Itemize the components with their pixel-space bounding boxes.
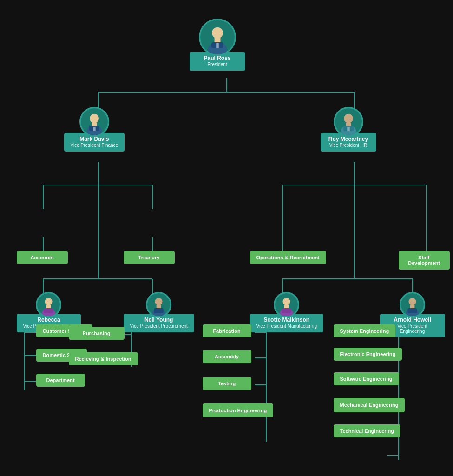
assembly-node: Assembly [203, 350, 251, 363]
mark-title: Vice President Finance [71, 143, 118, 148]
fabrication-box: Fabrication [203, 324, 251, 337]
testing-box: Testing [203, 377, 251, 390]
system-eng-node: System Engineering [334, 324, 396, 337]
arnold-avatar [400, 292, 425, 317]
svg-point-60 [45, 298, 53, 305]
rebecca-name: Rebecca [23, 317, 75, 323]
accounts-node: Accounts [17, 251, 68, 264]
svg-rect-73 [282, 308, 291, 313]
scotte-name: Scotte Malkinson [256, 317, 317, 323]
scotte-avatar [274, 292, 299, 317]
paul-name: Paul Ross [196, 55, 239, 61]
purchasing-node: Purchasing [69, 327, 125, 340]
fabrication-node: Fabrication [203, 324, 251, 337]
mechanical-eng-node: Mechanical Engineering [334, 398, 405, 412]
production-eng-box: Production Engineering [203, 403, 274, 417]
department-node: Department [36, 374, 85, 387]
svg-point-42 [211, 27, 223, 39]
ops-box: Operations & Recruitment [250, 251, 326, 264]
scotte-node: Scotte Malkinson Vice President Manufact… [250, 292, 323, 332]
ops-node: Operations & Recruitment [250, 251, 326, 264]
software-eng-node: Software Engineering [334, 372, 399, 385]
roy-node: Roy Mccartney Vice President HR [321, 107, 376, 152]
software-eng-box: Software Engineering [334, 372, 399, 385]
roy-name: Roy Mccartney [327, 136, 370, 142]
svg-rect-68 [154, 308, 163, 313]
staff-dev-box: Staff Development [399, 251, 450, 270]
svg-rect-52 [93, 127, 95, 131]
scotte-title: Vice President Manufacturing [256, 324, 317, 329]
mechanical-eng-box: Mechanical Engineering [334, 398, 405, 412]
testing-node: Testing [203, 377, 251, 390]
mark-name: Mark Davis [71, 136, 118, 142]
neil-name: Neil Young [130, 317, 188, 323]
arnold-name: Arnold Howell [387, 317, 439, 323]
svg-rect-58 [347, 127, 349, 131]
receiving-node: Recieving & Inspection [69, 352, 138, 365]
technical-eng-box: Technical Engineering [334, 424, 401, 437]
svg-point-70 [283, 298, 290, 305]
org-chart: Paul Ross President Mark Davis Vice Pres… [8, 9, 445, 465]
svg-point-65 [155, 298, 163, 305]
neil-avatar [146, 292, 171, 317]
receiving-box: Recieving & Inspection [69, 352, 138, 365]
accounts-box: Accounts [17, 251, 68, 264]
mark-davis-node: Mark Davis Vice President Finance [64, 107, 125, 152]
neil-node: Neil Young Vice President Procurement [124, 292, 194, 332]
purchasing-box: Purchasing [69, 327, 125, 340]
production-eng-node: Production Engineering [203, 403, 274, 417]
technical-eng-node: Technical Engineering [334, 424, 401, 437]
mark-avatar [79, 107, 109, 137]
electronic-eng-node: Electronic Engineering [334, 348, 402, 361]
svg-point-54 [344, 114, 353, 123]
electronic-eng-box: Electronic Engineering [334, 348, 402, 361]
svg-point-75 [408, 298, 416, 305]
neil-title: Vice President Procurement [130, 324, 188, 329]
svg-point-48 [90, 114, 99, 123]
roy-avatar [334, 107, 363, 137]
system-eng-box: System Engineering [334, 324, 396, 337]
assembly-box: Assembly [203, 350, 251, 363]
roy-title: Vice President HR [327, 143, 370, 148]
svg-rect-63 [44, 308, 53, 313]
staff-dev-node: Staff Development [399, 251, 450, 270]
paul-title: President [196, 62, 239, 67]
paul-avatar [199, 19, 236, 56]
paul-ross-node: Paul Ross President [190, 19, 245, 71]
svg-rect-46 [216, 43, 219, 48]
treasury-node: Treasury [124, 251, 175, 264]
svg-rect-78 [407, 308, 417, 313]
department-box: Department [36, 374, 85, 387]
treasury-box: Treasury [124, 251, 175, 264]
